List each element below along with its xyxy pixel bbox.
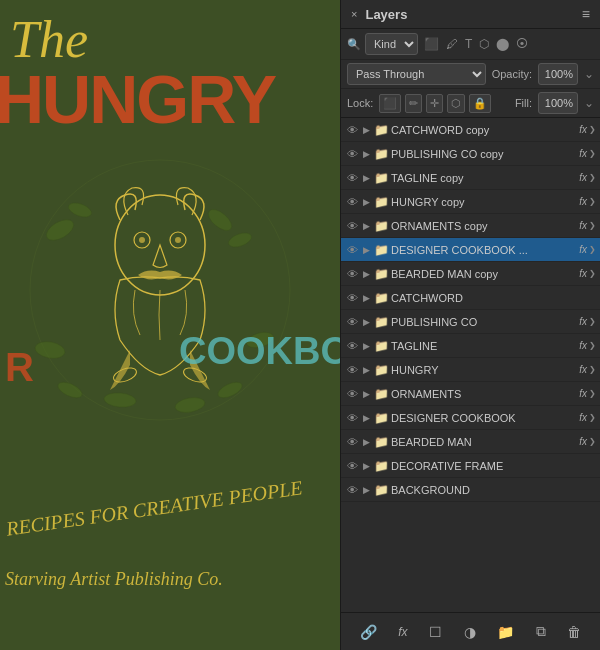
layers-list[interactable]: 👁▶📁CATCHWORD copyfx ❯👁▶📁PUBLISHING CO co… bbox=[341, 118, 600, 612]
canvas-text-cookbook: COOKBO bbox=[179, 330, 340, 373]
type-filter-icon[interactable]: T bbox=[463, 35, 474, 53]
layer-name-label: BEARDED MAN copy bbox=[391, 268, 575, 280]
lock-pixel-icon[interactable]: ⬛ bbox=[379, 94, 401, 113]
layer-expand-icon[interactable]: ▶ bbox=[361, 173, 371, 183]
layer-name-label: BACKGROUND bbox=[391, 484, 596, 496]
adjustment-filter-icon[interactable]: ⬤ bbox=[494, 35, 511, 53]
layer-expand-icon[interactable]: ▶ bbox=[361, 125, 371, 135]
layer-fx-chevron-icon: ❯ bbox=[589, 389, 596, 398]
layer-folder-icon: 📁 bbox=[373, 147, 389, 161]
layer-name-label: BEARDED MAN bbox=[391, 436, 575, 448]
layer-expand-icon[interactable]: ▶ bbox=[361, 365, 371, 375]
layer-visibility-icon[interactable]: 👁 bbox=[345, 484, 359, 496]
layer-visibility-icon[interactable]: 👁 bbox=[345, 196, 359, 208]
layer-name-label: HUNGRY bbox=[391, 364, 575, 376]
panel-menu-icon[interactable]: ≡ bbox=[582, 6, 590, 22]
lock-move-icon[interactable]: ✛ bbox=[426, 94, 443, 113]
blend-mode-select[interactable]: Pass Through bbox=[347, 63, 486, 85]
layer-expand-icon[interactable]: ▶ bbox=[361, 149, 371, 159]
layer-visibility-icon[interactable]: 👁 bbox=[345, 172, 359, 184]
svg-point-4 bbox=[227, 230, 254, 249]
layer-visibility-icon[interactable]: 👁 bbox=[345, 268, 359, 280]
layer-expand-icon[interactable]: ▶ bbox=[361, 269, 371, 279]
layer-item[interactable]: 👁▶📁HUNGRYfx ❯ bbox=[341, 358, 600, 382]
layer-visibility-icon[interactable]: 👁 bbox=[345, 388, 359, 400]
kind-select[interactable]: Kind bbox=[365, 33, 418, 55]
layer-fx-chevron-icon: ❯ bbox=[589, 341, 596, 350]
lock-artboard-icon[interactable]: ⬡ bbox=[447, 94, 465, 113]
layer-name-label: ORNAMENTS bbox=[391, 388, 575, 400]
adjustment-layer-button[interactable]: ◑ bbox=[459, 621, 481, 643]
layer-item[interactable]: 👁▶📁TAGLINE copyfx ❯ bbox=[341, 166, 600, 190]
layer-visibility-icon[interactable]: 👁 bbox=[345, 340, 359, 352]
lock-brush-icon[interactable]: ✏ bbox=[405, 94, 422, 113]
layer-name-label: PUBLISHING CO copy bbox=[391, 148, 575, 160]
layer-item[interactable]: 👁▶📁PUBLISHING COfx ❯ bbox=[341, 310, 600, 334]
new-group-button[interactable]: 📁 bbox=[492, 621, 519, 643]
layer-expand-icon[interactable]: ▶ bbox=[361, 221, 371, 231]
layer-visibility-icon[interactable]: 👁 bbox=[345, 316, 359, 328]
layer-expand-icon[interactable]: ▶ bbox=[361, 389, 371, 399]
svg-point-9 bbox=[103, 392, 136, 409]
layer-item[interactable]: 👁▶📁CATCHWORD bbox=[341, 286, 600, 310]
layer-item[interactable]: 👁▶📁HUNGRY copyfx ❯ bbox=[341, 190, 600, 214]
layer-visibility-icon[interactable]: 👁 bbox=[345, 220, 359, 232]
layer-expand-icon[interactable]: ▶ bbox=[361, 413, 371, 423]
layer-expand-icon[interactable]: ▶ bbox=[361, 317, 371, 327]
svg-point-10 bbox=[174, 396, 206, 415]
shape-filter-icon[interactable]: ⬡ bbox=[477, 35, 491, 53]
layer-fx-chevron-icon: ❯ bbox=[589, 221, 596, 230]
layer-visibility-icon[interactable]: 👁 bbox=[345, 460, 359, 472]
new-layer-button[interactable]: ⧉ bbox=[531, 620, 551, 643]
fill-input[interactable] bbox=[538, 92, 578, 114]
layer-folder-icon: 📁 bbox=[373, 387, 389, 401]
layer-expand-icon[interactable]: ▶ bbox=[361, 197, 371, 207]
panel-header: × Layers ≡ bbox=[341, 0, 600, 29]
layer-item[interactable]: 👁▶📁DECORATIVE FRAME bbox=[341, 454, 600, 478]
layer-item[interactable]: 👁▶📁ORNAMENTSfx ❯ bbox=[341, 382, 600, 406]
layer-item[interactable]: 👁▶📁ORNAMENTS copyfx ❯ bbox=[341, 214, 600, 238]
layer-name-label: DESIGNER COOKBOOK ... bbox=[391, 244, 575, 256]
close-icon[interactable]: × bbox=[351, 8, 357, 20]
lock-all-icon[interactable]: 🔒 bbox=[469, 94, 491, 113]
layer-visibility-icon[interactable]: 👁 bbox=[345, 292, 359, 304]
svg-point-5 bbox=[34, 340, 66, 361]
layer-item[interactable]: 👁▶📁DESIGNER COOKBOOKfx ❯ bbox=[341, 406, 600, 430]
layer-fx-chevron-icon: ❯ bbox=[589, 413, 596, 422]
layer-item[interactable]: 👁▶📁BACKGROUND bbox=[341, 478, 600, 502]
layer-visibility-icon[interactable]: 👁 bbox=[345, 364, 359, 376]
brush-filter-icon[interactable]: 🖊 bbox=[444, 35, 460, 53]
panel-title: Layers bbox=[365, 7, 407, 22]
layer-expand-icon[interactable]: ▶ bbox=[361, 437, 371, 447]
layer-expand-icon[interactable]: ▶ bbox=[361, 245, 371, 255]
layer-visibility-icon[interactable]: 👁 bbox=[345, 436, 359, 448]
layer-item[interactable]: 👁▶📁TAGLINEfx ❯ bbox=[341, 334, 600, 358]
layer-mask-button[interactable]: ☐ bbox=[424, 621, 447, 643]
opacity-input[interactable] bbox=[538, 63, 578, 85]
layer-fx-label: fx bbox=[579, 124, 587, 135]
layer-expand-icon[interactable]: ▶ bbox=[361, 341, 371, 351]
layer-visibility-icon[interactable]: 👁 bbox=[345, 244, 359, 256]
svg-point-15 bbox=[175, 237, 181, 243]
layer-folder-icon: 📁 bbox=[373, 195, 389, 209]
layer-expand-icon[interactable]: ▶ bbox=[361, 461, 371, 471]
delete-layer-button[interactable]: 🗑 bbox=[562, 621, 586, 643]
layer-expand-icon[interactable]: ▶ bbox=[361, 485, 371, 495]
layer-item[interactable]: 👁▶📁PUBLISHING CO copyfx ❯ bbox=[341, 142, 600, 166]
layer-name-label: ORNAMENTS copy bbox=[391, 220, 575, 232]
layer-expand-icon[interactable]: ▶ bbox=[361, 293, 371, 303]
layer-item[interactable]: 👁▶📁DESIGNER COOKBOOK ...fx ❯ bbox=[341, 238, 600, 262]
layer-folder-icon: 📁 bbox=[373, 339, 389, 353]
layer-item[interactable]: 👁▶📁BEARDED MAN copyfx ❯ bbox=[341, 262, 600, 286]
more-filter-icon[interactable]: ⦿ bbox=[514, 35, 530, 53]
pixel-filter-icon[interactable]: ⬛ bbox=[422, 35, 441, 53]
link-layers-button[interactable]: 🔗 bbox=[355, 621, 382, 643]
layer-item[interactable]: 👁▶📁BEARDED MANfx ❯ bbox=[341, 430, 600, 454]
svg-point-2 bbox=[67, 200, 94, 219]
layer-item[interactable]: 👁▶📁CATCHWORD copyfx ❯ bbox=[341, 118, 600, 142]
layer-visibility-icon[interactable]: 👁 bbox=[345, 148, 359, 160]
layer-fx-chevron-icon: ❯ bbox=[589, 437, 596, 446]
layer-fx-button[interactable]: fx bbox=[393, 622, 412, 642]
layer-visibility-icon[interactable]: 👁 bbox=[345, 412, 359, 424]
layer-visibility-icon[interactable]: 👁 bbox=[345, 124, 359, 136]
